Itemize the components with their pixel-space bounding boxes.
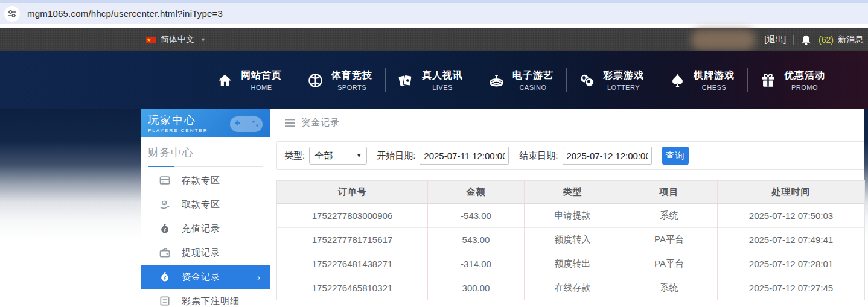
new-messages-link[interactable]: 新消息 [838, 34, 863, 45]
main-nav-items: 网站首页HOME体育竞技SPORTS真人视讯LIVES电子游艺CASINO彩票游… [204, 65, 838, 96]
url-text[interactable]: mgm1065.com/hhcp/usercenter.html?iniType… [27, 8, 223, 19]
nav-label-zh: 优惠活动 [784, 69, 825, 82]
table-cell: 1752277781715617 [277, 228, 428, 252]
type-select[interactable]: 全部 ▼ [309, 147, 367, 165]
sidebar-item-label: 彩票下注明细 [182, 296, 240, 307]
bell-icon[interactable] [801, 34, 811, 46]
page-body: 玩家中心 PLAYERS CENTER 财务中心 存款专区取款专区充值记录提现记… [0, 109, 868, 307]
nav-item-lottery[interactable]: 彩票游戏LOTTERY [566, 65, 657, 96]
column-header: 处理时间 [718, 181, 865, 204]
sidebar-item-label: 资金记录 [182, 271, 220, 283]
browser-chrome: mgm1065.com/hhcp/usercenter.html?iniType… [0, 0, 868, 28]
column-header: 订单号 [277, 181, 428, 204]
lottery-balls-icon [579, 72, 595, 89]
nav-item-sports[interactable]: 体育竞技SPORTS [295, 65, 385, 96]
nav-label-en: SPORTS [337, 84, 366, 91]
nav-item-lives[interactable]: 真人视讯LIVES [385, 65, 476, 96]
chevron-down-icon: ▼ [200, 37, 206, 43]
table-row: 1752276465810321300.00在线存款系统2025-07-12 0… [277, 276, 865, 300]
nav-item-casino[interactable]: 电子游艺CASINO [476, 65, 566, 96]
nav-item-text: 优惠活动PROMO [784, 69, 825, 91]
table-cell: 300.00 [428, 276, 525, 300]
sidebar-item-label: 提现记录 [182, 247, 220, 259]
chevron-right-icon: › [257, 272, 260, 282]
logout-button[interactable]: [退出] [764, 34, 786, 45]
site-settings-icon[interactable] [4, 6, 20, 22]
nav-label-zh: 真人视讯 [422, 69, 463, 82]
table-header-row: 订单号金额类型项目处理时间 [277, 181, 865, 204]
nav-label-zh: 体育竞技 [331, 69, 372, 82]
player-center-sidebar: 玩家中心 PLAYERS CENTER 财务中心 存款专区取款专区充值记录提现记… [141, 109, 270, 307]
table-cell: 额度转出 [525, 252, 621, 276]
nav-item-chess[interactable]: 棋牌游戏CHESS [657, 65, 747, 96]
nav-label-en: LIVES [432, 84, 453, 91]
sidebar-item-label: 取款专区 [182, 199, 220, 210]
nav-item-text: 棋牌游戏CHESS [694, 69, 735, 91]
table-cell: 申请提款 [525, 204, 621, 228]
nav-item-text: 彩票游戏LOTTERY [603, 69, 644, 91]
nav-label-zh: 网站首页 [241, 69, 282, 82]
table-cell: 2025-07-12 07:28:01 [718, 252, 865, 276]
table-cell: 2025-07-12 07:50:03 [718, 204, 865, 228]
table-cell: 系统 [621, 204, 718, 228]
nav-label-en: LOTTERY [607, 84, 640, 91]
table-row: 1752277803000906-543.00申请提款系统2025-07-12 … [277, 204, 865, 228]
end-date-label: 结束日期: [519, 150, 558, 162]
funds-record-table: 订单号金额类型项目处理时间 1752277803000906-543.00申请提… [276, 180, 865, 300]
withdraw-hand-icon [159, 198, 171, 210]
nav-item-text: 网站首页HOME [241, 69, 282, 91]
table-cell: PA平台 [621, 252, 718, 276]
nav-item-text: 体育竞技SPORTS [331, 69, 372, 91]
money-bag-icon [159, 223, 171, 235]
deposit-card-icon [159, 174, 171, 186]
table-cell: 在线存款 [525, 276, 621, 300]
table-cell: 543.00 [428, 228, 525, 252]
sidebar-menu: 存款专区取款专区充值记录提现记录资金记录›彩票下注明细 [141, 167, 270, 307]
filter-bar: 类型: 全部 ▼ 开始日期: 结束日期: 查询 [276, 141, 864, 170]
address-bar[interactable]: mgm1065.com/hhcp/usercenter.html?iniType… [0, 3, 868, 24]
table-cell: 系统 [621, 276, 718, 300]
table-cell: 1752277803000906 [277, 204, 428, 228]
table-cell: 2025-07-12 07:27:45 [718, 276, 865, 300]
message-count: (62) [819, 35, 834, 45]
search-button[interactable]: 查询 [662, 147, 689, 165]
sidebar-item-lottery-detail[interactable]: 彩票下注明细 [141, 289, 270, 307]
sidebar-item-label: 存款专区 [182, 175, 220, 186]
china-flag-icon: ★ [146, 37, 156, 43]
top-header: ★ 简体中文 ▼ [退出] (62) 新消息 [0, 28, 868, 51]
table-cell: -314.00 [428, 252, 525, 276]
end-date-input[interactable] [563, 147, 652, 165]
home-icon [217, 72, 233, 89]
start-date-input[interactable] [420, 147, 509, 165]
content-title-row: 资金记录 [285, 117, 864, 128]
language-label: 简体中文 [161, 34, 194, 45]
sidebar-item-label: 充值记录 [182, 223, 220, 235]
language-selector[interactable]: ★ 简体中文 ▼ [146, 34, 206, 45]
nav-label-zh: 电子游艺 [512, 69, 554, 82]
chevron-down-icon: ▼ [356, 153, 362, 159]
sidebar-item-funds-record[interactable]: 资金记录› [141, 265, 270, 289]
top-right-cluster: [退出] (62) 新消息 [691, 30, 863, 50]
nav-item-promo[interactable]: 优惠活动PROMO [747, 65, 838, 96]
basketball-icon [307, 72, 324, 89]
table-cell: 1752276481438271 [277, 252, 428, 276]
sidebar-item-withdraw-record[interactable]: 提现记录 [141, 241, 270, 265]
gamepad-icon [228, 112, 265, 136]
nav-item-home[interactable]: 网站首页HOME [204, 65, 295, 96]
list-icon [159, 295, 171, 307]
nav-label-en: CASINO [519, 84, 546, 91]
page-title: 资金记录 [301, 117, 340, 128]
nav-item-text: 电子游艺CASINO [512, 69, 554, 91]
sidebar-item-recharge-record[interactable]: 充值记录 [141, 217, 270, 241]
type-label: 类型: [284, 150, 305, 162]
finance-section: 财务中心 [141, 137, 270, 167]
column-header: 类型 [525, 181, 621, 204]
table-cell: -543.00 [428, 204, 525, 228]
nav-item-text: 真人视讯LIVES [422, 69, 463, 91]
table-cell: 额度转入 [525, 228, 621, 252]
nav-label-zh: 彩票游戏 [603, 69, 644, 82]
table-row: 1752276481438271-314.00额度转出PA平台2025-07-1… [277, 252, 865, 276]
column-header: 项目 [621, 181, 718, 204]
sidebar-item-deposit-zone[interactable]: 存款专区 [141, 168, 270, 192]
sidebar-item-withdraw-zone[interactable]: 取款专区 [141, 192, 270, 217]
